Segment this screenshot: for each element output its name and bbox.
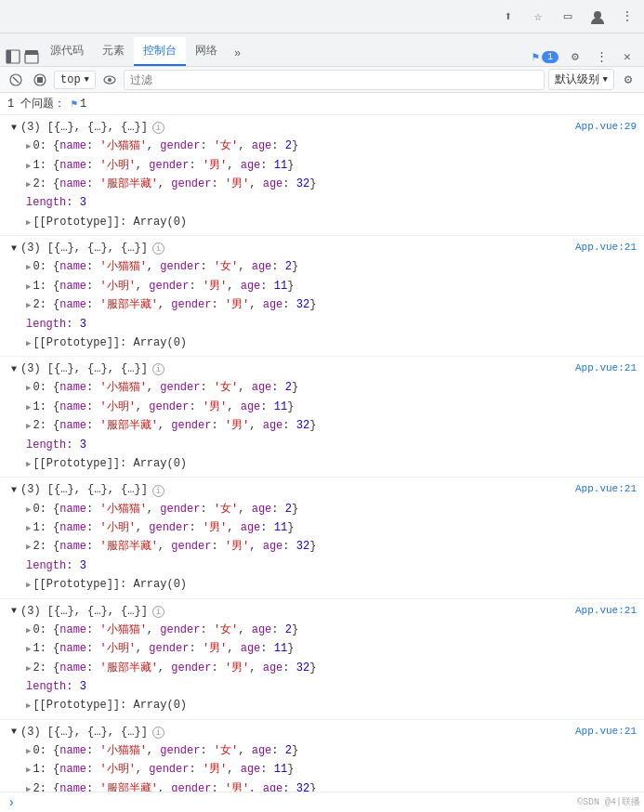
info-icon[interactable]: i (152, 242, 164, 255)
devtools-more-icon[interactable]: ⋮ (592, 47, 611, 66)
proto-arrow-icon: ▶ (26, 701, 31, 711)
log-content: ▼(3) [{…}, {…}, {…}]i▶0: {name: '小猫猫', g… (7, 359, 570, 475)
expand-arrow-icon: ▼ (11, 242, 17, 256)
devtools-dock-icon[interactable] (4, 47, 22, 66)
array-item[interactable]: ▶1: {name: '小明', gender: '男', age: 11} (11, 760, 566, 779)
array-item[interactable]: ▶2: {name: '服部半藏', gender: '男', age: 32} (11, 779, 566, 792)
share-icon[interactable]: ⬆ (499, 7, 518, 26)
proto-arrow-icon: ▶ (26, 581, 31, 590)
more-icon[interactable]: ⋮ (618, 7, 637, 26)
array-header[interactable]: ▼(3) [{…}, {…}, {…}]i (11, 603, 566, 621)
item-arrow-icon: ▶ (26, 766, 31, 775)
array-item[interactable]: ▶1: {name: '小明', gender: '男', age: 11} (11, 398, 566, 416)
account-icon[interactable] (588, 7, 607, 26)
svg-point-0 (594, 11, 601, 19)
prototype-line[interactable]: ▶[[Prototype]]: Array(0) (11, 334, 566, 352)
log-source[interactable]: App.vue:21 (570, 359, 644, 373)
item-arrow-icon: ▶ (26, 263, 31, 272)
issues-text: 1 个问题： (7, 96, 65, 111)
tabs-more-icon[interactable]: » (227, 42, 248, 66)
console-output: ▼(3) [{…}, {…}, {…}]i▶0: {name: '小猫猫', g… (0, 115, 644, 792)
info-icon[interactable]: i (152, 727, 164, 739)
log-content: ▼(3) [{…}, {…}, {…}]i▶0: {name: '小猫猫', g… (7, 479, 570, 596)
array-item[interactable]: ▶1: {name: '小明', gender: '男', age: 11} (11, 639, 566, 658)
item-arrow-icon: ▶ (26, 626, 31, 635)
console-input[interactable] (20, 796, 637, 809)
issue-badge-container[interactable]: ⚑ 1 (71, 98, 86, 111)
prototype-line[interactable]: ▶[[Prototype]]: Array(0) (11, 454, 566, 473)
length-line: length: 3 (11, 557, 566, 575)
chrome-bar: ⬆ ☆ ▭ ⋮ (0, 0, 644, 33)
array-item[interactable]: ▶2: {name: '服部半藏', gender: '男', age: 32} (11, 416, 566, 435)
array-item[interactable]: ▶0: {name: '小猫猫', gender: '女', age: 2} (11, 378, 566, 397)
devtools-undock-icon[interactable] (22, 47, 41, 66)
item-arrow-icon: ▶ (26, 543, 31, 552)
stop-btn[interactable] (30, 70, 50, 90)
svg-point-10 (108, 78, 112, 82)
info-icon[interactable]: i (152, 122, 164, 134)
prototype-line[interactable]: ▶[[Prototype]]: Array(0) (11, 696, 566, 714)
level-dropdown-icon: ▼ (603, 75, 608, 85)
length-line: length: 3 (11, 315, 566, 334)
item-arrow-icon: ▶ (26, 785, 31, 792)
array-item[interactable]: ▶1: {name: '小明', gender: '男', age: 11} (11, 277, 566, 295)
tab-console[interactable]: 控制台 (134, 37, 186, 66)
filter-input[interactable] (124, 70, 545, 90)
expand-arrow-icon: ▼ (11, 362, 17, 377)
info-icon[interactable]: i (152, 606, 164, 618)
log-source[interactable]: App.vue:21 (570, 722, 644, 737)
array-item[interactable]: ▶2: {name: '服部半藏', gender: '男', age: 32} (11, 659, 566, 677)
array-header[interactable]: ▼(3) [{…}, {…}, {…}]i (11, 240, 566, 257)
info-icon[interactable]: i (152, 363, 164, 375)
array-item[interactable]: ▶1: {name: '小明', gender: '男', age: 11} (11, 518, 566, 537)
level-selector[interactable]: 默认级别 ▼ (548, 69, 614, 90)
item-arrow-icon: ▶ (26, 301, 31, 310)
log-source[interactable]: App.vue:21 (570, 601, 644, 616)
tab-source[interactable]: 源代码 (41, 37, 93, 66)
watermark: ©SDN @4|联播 (577, 795, 640, 808)
array-header[interactable]: ▼(3) [{…}, {…}, {…}]i (11, 360, 566, 378)
console-settings-icon[interactable]: ⚙ (618, 70, 638, 90)
array-item[interactable]: ▶2: {name: '服部半藏', gender: '男', age: 32} (11, 175, 566, 193)
tab-network[interactable]: 网络 (186, 37, 227, 66)
eye-icon[interactable] (99, 70, 120, 90)
prototype-line[interactable]: ▶[[Prototype]]: Array(0) (11, 213, 566, 231)
info-icon[interactable]: i (152, 485, 164, 497)
star-icon[interactable]: ☆ (529, 7, 547, 26)
log-content: ▼(3) [{…}, {…}, {…}]i▶0: {name: '小猫猫', g… (7, 238, 570, 354)
array-item[interactable]: ▶0: {name: '小猫猫', gender: '女', age: 2} (11, 137, 566, 155)
clear-console-btn[interactable] (6, 70, 26, 90)
issues-flag-icon: ⚑ (532, 50, 539, 64)
log-source[interactable]: App.vue:21 (570, 238, 644, 253)
array-item[interactable]: ▶0: {name: '小猫猫', gender: '女', age: 2} (11, 741, 566, 760)
proto-arrow-icon: ▶ (26, 218, 31, 228)
array-item[interactable]: ▶2: {name: '服部半藏', gender: '男', age: 32} (11, 537, 566, 556)
svg-rect-4 (25, 50, 38, 55)
array-item[interactable]: ▶0: {name: '小猫猫', gender: '女', age: 2} (11, 500, 566, 518)
item-arrow-icon: ▶ (26, 422, 31, 431)
array-item[interactable]: ▶0: {name: '小猫猫', gender: '女', age: 2} (11, 257, 566, 276)
array-header[interactable]: ▼(3) [{…}, {…}, {…}]i (11, 481, 566, 499)
item-arrow-icon: ▶ (26, 282, 31, 292)
item-arrow-icon: ▶ (26, 505, 31, 515)
array-header[interactable]: ▼(3) [{…}, {…}, {…}]i (11, 724, 566, 741)
context-selector[interactable]: top ▼ (54, 71, 96, 89)
prototype-line[interactable]: ▶[[Prototype]]: Array(0) (11, 575, 566, 594)
array-item[interactable]: ▶2: {name: '服部半藏', gender: '男', age: 32} (11, 295, 566, 314)
array-item[interactable]: ▶1: {name: '小明', gender: '男', age: 11} (11, 156, 566, 175)
array-header[interactable]: ▼(3) [{…}, {…}, {…}]i (11, 119, 566, 137)
issue-count: 1 (80, 98, 86, 111)
log-source[interactable]: App.vue:29 (570, 117, 644, 132)
svg-line-6 (13, 77, 19, 83)
tab-element[interactable]: 元素 (93, 37, 134, 66)
log-content: ▼(3) [{…}, {…}, {…}]i▶0: {name: '小猫猫', g… (7, 601, 570, 717)
issues-tab[interactable]: ⚑ 1 (532, 50, 559, 64)
log-source[interactable]: App.vue:21 (570, 479, 644, 494)
settings-icon[interactable]: ⚙ (566, 47, 585, 66)
proto-arrow-icon: ▶ (26, 339, 31, 348)
array-item[interactable]: ▶0: {name: '小猫猫', gender: '女', age: 2} (11, 621, 566, 639)
svg-rect-8 (37, 77, 43, 83)
close-icon[interactable]: ✕ (618, 47, 637, 66)
window-icon[interactable]: ▭ (559, 7, 577, 26)
prompt-arrow-icon: › (7, 795, 15, 810)
